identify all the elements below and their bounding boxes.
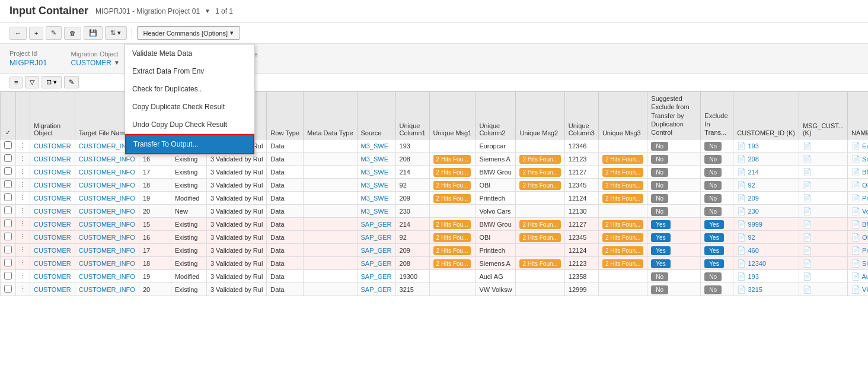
migration-object-link[interactable]: CUSTOMER — [34, 286, 71, 293]
name-doc-icon[interactable]: 📄 — [851, 272, 860, 281]
target-link[interactable]: CUSTOMER_INFO — [79, 234, 135, 241]
name-doc-icon[interactable]: 📄 — [851, 246, 860, 255]
cell-check[interactable] — [1, 192, 16, 205]
msg-icon[interactable]: 📄 — [803, 220, 812, 228]
cell-check[interactable] — [1, 283, 16, 296]
name-doc-icon[interactable]: 📄 — [851, 220, 860, 228]
cell-dots[interactable]: ⋮ — [16, 192, 30, 205]
menu-item-copy-dup[interactable]: Copy Duplicate Check Result — [125, 98, 254, 116]
msg-icon[interactable]: 📄 — [803, 142, 812, 150]
add-button[interactable]: + — [29, 27, 43, 40]
cell-check[interactable] — [1, 257, 16, 270]
migration-object-link[interactable]: CUSTOMER — [34, 142, 71, 150]
cust-id-link[interactable]: 209 — [748, 195, 758, 202]
delete-button[interactable]: 🗑 — [64, 27, 81, 40]
cell-dots[interactable]: ⋮ — [16, 179, 30, 192]
project-id-value[interactable]: MIGPRJ01 — [9, 58, 47, 67]
row-checkbox[interactable] — [4, 207, 12, 214]
name-doc-icon[interactable]: 📄 — [851, 142, 860, 150]
cust-id-link[interactable]: 193 — [748, 142, 758, 150]
cust-id-link[interactable]: 92 — [748, 182, 755, 189]
migration-object-arrow[interactable]: ▼ — [114, 59, 120, 66]
menu-item-check-duplicates[interactable]: Check for Duplicates.. — [125, 80, 254, 98]
msg-icon[interactable]: 📄 — [803, 207, 812, 215]
msg-icon[interactable]: 📄 — [803, 272, 812, 281]
migration-object-link[interactable]: CUSTOMER — [34, 182, 71, 189]
row-checkbox[interactable] — [4, 259, 12, 266]
msg-icon[interactable]: 📄 — [803, 168, 812, 176]
doc-icon[interactable]: 📄 — [737, 168, 746, 176]
doc-icon[interactable]: 📄 — [737, 181, 746, 189]
msg-icon[interactable]: 📄 — [803, 155, 812, 163]
target-link[interactable]: CUSTOMER_INFO — [79, 208, 135, 215]
target-link[interactable]: CUSTOMER_INFO — [79, 260, 135, 267]
doc-icon[interactable]: 📄 — [737, 194, 746, 202]
menu-item-validate[interactable]: Validate Meta Data — [125, 45, 254, 62]
name-link[interactable]: Siemens AG — [862, 155, 868, 163]
msg-icon[interactable]: 📄 — [803, 233, 812, 242]
cell-dots[interactable]: ⋮ — [16, 166, 30, 179]
name-link[interactable]: Volvo Cars — [862, 208, 868, 215]
cell-check[interactable] — [1, 270, 16, 283]
cell-check[interactable] — [1, 244, 16, 257]
cust-id-link[interactable]: 208 — [748, 155, 758, 163]
migration-object-link[interactable]: CUSTOMER — [34, 273, 71, 280]
source-link[interactable]: SAP_GER — [361, 234, 392, 241]
cell-check[interactable] — [1, 139, 16, 153]
source-link[interactable]: M3_SWE — [361, 142, 388, 150]
menu-item-transfer[interactable]: Transfer To Output... — [125, 134, 254, 154]
cust-id-link[interactable]: 9999 — [748, 221, 762, 228]
cell-dots[interactable]: ⋮ — [16, 231, 30, 244]
source-link[interactable]: M3_SWE — [361, 155, 388, 163]
msg-icon[interactable]: 📄 — [803, 259, 812, 268]
source-link[interactable]: SAP_GER — [361, 286, 392, 293]
source-link[interactable]: M3_SWE — [361, 169, 388, 176]
edit-button[interactable]: ✎ — [46, 26, 62, 40]
doc-icon[interactable]: 📄 — [737, 207, 746, 215]
view-button[interactable]: ⊡ ▾ — [42, 76, 62, 88]
source-link[interactable]: SAP_GER — [361, 221, 392, 228]
cell-dots[interactable]: ⋮ — [16, 244, 30, 257]
cell-check[interactable] — [1, 218, 16, 231]
name-link[interactable]: VW Volkswagen — [862, 286, 868, 293]
doc-icon[interactable]: 📄 — [737, 155, 746, 163]
target-link[interactable]: CUSTOMER_INFO — [79, 221, 135, 228]
name-doc-icon[interactable]: 📄 — [851, 181, 860, 189]
doc-icon[interactable]: 📄 — [737, 285, 746, 294]
project-dropdown-icon[interactable]: ▼ — [205, 8, 210, 14]
cell-check[interactable] — [1, 205, 16, 218]
row-checkbox[interactable] — [4, 220, 12, 227]
doc-icon[interactable]: 📄 — [737, 272, 746, 281]
cust-id-link[interactable]: 3215 — [748, 286, 762, 293]
target-link[interactable]: CUSTOMER_INFO — [79, 182, 135, 189]
cell-dots[interactable]: ⋮ — [16, 205, 30, 218]
name-doc-icon[interactable]: 📄 — [851, 233, 860, 242]
target-link[interactable]: CUSTOMER_INFO — [79, 155, 135, 163]
name-link[interactable]: BMW Group — [862, 169, 868, 176]
row-checkbox[interactable] — [4, 285, 12, 293]
cell-check[interactable] — [1, 153, 16, 166]
migration-object-link[interactable]: CUSTOMER — [34, 221, 71, 228]
row-checkbox[interactable] — [4, 154, 12, 162]
cell-dots[interactable]: ⋮ — [16, 218, 30, 231]
msg-icon[interactable]: 📄 — [803, 194, 812, 202]
cust-id-link[interactable]: 12340 — [748, 260, 766, 267]
cell-dots[interactable]: ⋮ — [16, 283, 30, 296]
menu-item-extract[interactable]: Extract Data From Env — [125, 62, 254, 80]
name-link[interactable]: Printtech GmbH — [862, 247, 868, 254]
source-link[interactable]: SAP_GER — [361, 260, 392, 267]
cust-id-link[interactable]: 230 — [748, 208, 758, 215]
name-link[interactable]: OBI — [862, 182, 868, 189]
migration-object-link[interactable]: CUSTOMER — [34, 169, 71, 176]
row-checkbox[interactable] — [4, 246, 12, 253]
cust-id-link[interactable]: 193 — [748, 273, 758, 280]
target-link[interactable]: CUSTOMER_INFO — [79, 247, 135, 254]
source-link[interactable]: M3_SWE — [361, 195, 388, 202]
cell-dots[interactable]: ⋮ — [16, 153, 30, 166]
more-button[interactable]: ⇅ ▾ — [105, 26, 126, 40]
cell-dots[interactable]: ⋮ — [16, 270, 30, 283]
edit-inline-button[interactable]: ✎ — [64, 76, 79, 88]
target-link[interactable]: CUSTOMER_INFO — [79, 195, 135, 202]
cell-check[interactable] — [1, 166, 16, 179]
source-link[interactable]: M3_SWE — [361, 208, 388, 215]
